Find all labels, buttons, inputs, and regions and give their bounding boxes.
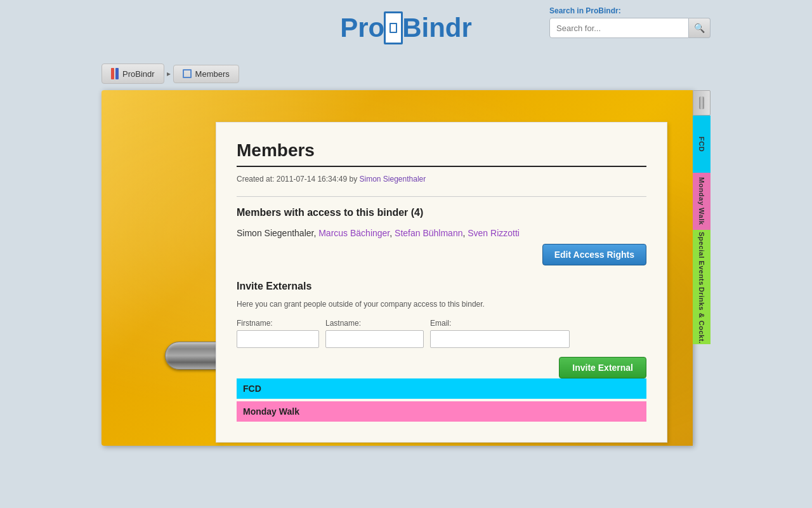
tab-monday-label: Monday Walk: [698, 177, 705, 225]
search-input[interactable]: [549, 18, 689, 38]
page-title: Members: [237, 140, 646, 167]
breadcrumb: ProBindr ▸ Members: [102, 64, 710, 84]
lastname-label: Lastname:: [325, 319, 424, 328]
email-label: Email:: [430, 319, 570, 328]
header: Pro Bindr Search in ProBindr: 🔍: [0, 0, 812, 57]
firstname-group: Firstname:: [237, 319, 319, 348]
email-group: Email:: [430, 319, 570, 348]
invite-form: Firstname: Lastname: Email:: [237, 319, 646, 348]
binder-icon: [111, 68, 119, 79]
firstname-input[interactable]: [237, 330, 319, 348]
search-button[interactable]: 🔍: [689, 18, 710, 38]
tab-drinks-label: Drinks & Cockt.: [698, 287, 705, 344]
member-bacher[interactable]: Marcus Bächinger: [318, 228, 390, 238]
bar-red: [111, 68, 114, 79]
members-list: Simon Siegenthaler, Marcus Bächinger, St…: [237, 226, 646, 240]
tab-fcd[interactable]: FCD: [693, 116, 710, 173]
tab-drinks[interactable]: Drinks & Cockt.: [693, 287, 710, 344]
logo-text-before: Pro: [340, 13, 384, 43]
logo-text-after: Bindr: [402, 13, 472, 43]
member-rizzotti[interactable]: Sven Rizzotti: [468, 228, 520, 238]
search-box: 🔍: [549, 18, 710, 38]
email-input[interactable]: [430, 330, 570, 348]
invite-section: Invite Externals Here you can grant peop…: [237, 281, 646, 348]
page-meta: Created at: 2011-07-14 16:34:49 by Simon…: [237, 175, 646, 184]
list-item-monday[interactable]: Monday Walk: [237, 401, 646, 422]
breadcrumb-arrow: ▸: [167, 69, 171, 78]
binder-container: Members Created at: 2011-07-14 16:34:49 …: [102, 90, 710, 446]
members-icon: [183, 69, 192, 78]
tab-special-events[interactable]: Special Events: [693, 230, 710, 287]
tab-top-piece: [693, 90, 710, 116]
comma1: ,: [390, 228, 395, 238]
invite-section-title: Invite Externals: [237, 281, 646, 292]
binder-icon-small: [111, 68, 119, 79]
member-siegen: Simon Siegenthaler,: [237, 228, 318, 238]
binder-page: Members Created at: 2011-07-14 16:34:49 …: [216, 122, 667, 443]
search-area: Search in ProBindr: 🔍: [549, 6, 710, 38]
invite-external-button[interactable]: Invite External: [559, 357, 646, 378]
breadcrumb-home[interactable]: ProBindr: [102, 64, 164, 84]
binder-tabs: FCD Monday Walk Special Events Drinks & …: [693, 90, 710, 446]
firstname-label: Firstname:: [237, 319, 319, 328]
search-label: Search in ProBindr:: [549, 6, 710, 15]
bar-blue: [115, 68, 119, 79]
author-link[interactable]: Simon Siegenthaler: [359, 175, 426, 184]
member-buhlmann[interactable]: Stefan Bühlmann: [395, 228, 462, 238]
tab-pin: [699, 97, 704, 109]
tab-fcd-label: FCD: [698, 137, 705, 152]
binder-list-section: FCD Monday Walk: [237, 378, 646, 422]
list-item-fcd[interactable]: FCD: [237, 378, 646, 399]
edit-access-button[interactable]: Edit Access Rights: [542, 244, 646, 265]
breadcrumb-home-label: ProBindr: [122, 69, 155, 79]
lastname-input[interactable]: [325, 330, 424, 348]
breadcrumb-members[interactable]: Members: [173, 65, 239, 83]
tab-monday-walk[interactable]: Monday Walk: [693, 173, 710, 230]
lastname-group: Lastname:: [325, 319, 424, 348]
invite-desc: Here you can grant people outside of you…: [237, 300, 646, 309]
tab-special-label: Special Events: [698, 232, 705, 286]
page-divider: [237, 196, 646, 197]
members-section-title: Members with access to this binder (4): [237, 207, 646, 218]
logo-binder-icon: [384, 11, 403, 44]
breadcrumb-members-label: Members: [195, 69, 230, 79]
members-section: Members with access to this binder (4) S…: [237, 207, 646, 265]
binder-body: Members Created at: 2011-07-14 16:34:49 …: [102, 90, 693, 446]
logo: Pro Bindr: [340, 11, 472, 44]
